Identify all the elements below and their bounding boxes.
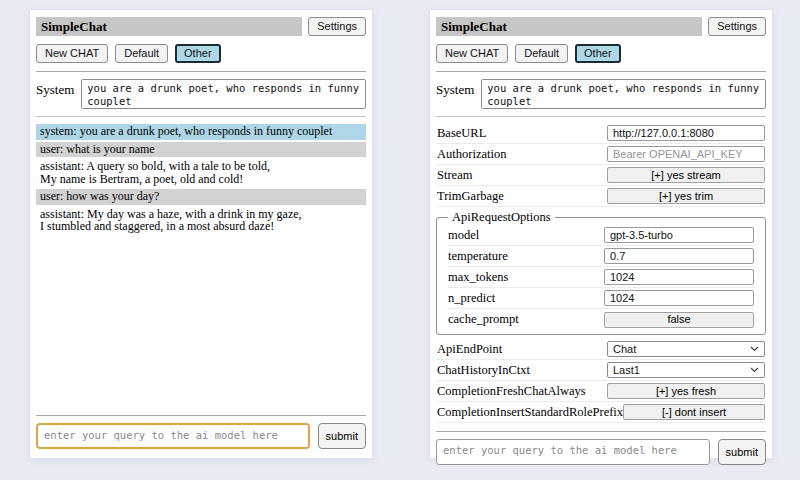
max-tokens-label: max_tokens xyxy=(448,270,508,285)
api-request-options-group: ApiRequestOptions model temperature max_… xyxy=(436,210,766,335)
setting-row-n-predict: n_predict xyxy=(447,288,755,309)
chevron-down-icon xyxy=(750,367,759,373)
chat-message-user: user: what is your name xyxy=(36,142,366,158)
model-input[interactable] xyxy=(604,227,754,243)
query-row: submit xyxy=(436,439,766,465)
stream-toggle-button[interactable]: [+] yes stream xyxy=(607,167,765,183)
divider xyxy=(436,431,766,432)
setting-row-cache-prompt: cache_prompt false xyxy=(447,309,755,330)
settings-panel: SimpleChat Settings New CHAT Default Oth… xyxy=(430,10,772,458)
setting-row-model: model xyxy=(447,225,755,246)
max-tokens-input[interactable] xyxy=(604,269,754,285)
completionfreshchatalways-toggle-button[interactable]: [+] yes fresh xyxy=(607,383,765,399)
chathistoryinctxt-label: ChatHistoryInCtxt xyxy=(437,363,530,378)
divider xyxy=(36,71,366,72)
system-label: System xyxy=(436,79,474,109)
temperature-label: temperature xyxy=(448,249,508,264)
chathistoryinctxt-selected-value: Last1 xyxy=(613,364,640,376)
submit-button[interactable]: submit xyxy=(318,423,366,449)
authorization-input[interactable] xyxy=(607,146,765,162)
app-title: SimpleChat xyxy=(436,17,702,36)
tab-other[interactable]: Other xyxy=(175,44,221,63)
setting-row-temperature: temperature xyxy=(447,246,755,267)
cache-prompt-label: cache_prompt xyxy=(448,312,519,327)
baseurl-input[interactable] xyxy=(607,125,765,141)
completioninsertstandardroleprefix-toggle-button[interactable]: [-] dont insert xyxy=(623,404,765,420)
n-predict-input[interactable] xyxy=(604,290,754,306)
n-predict-label: n_predict xyxy=(448,291,495,306)
cache-prompt-toggle-button[interactable]: false xyxy=(604,312,754,328)
divider xyxy=(36,116,366,117)
system-prompt-textarea[interactable]: you are a drunk poet, who responds in fu… xyxy=(81,79,366,109)
app-title: SimpleChat xyxy=(36,17,302,36)
setting-row-stream: Stream [+] yes stream xyxy=(436,165,766,186)
model-label: model xyxy=(448,228,479,243)
chat-message-system: system: you are a drunk poet, who respon… xyxy=(36,124,366,140)
tab-new-chat[interactable]: New CHAT xyxy=(436,44,508,63)
chat-message-assistant: assistant: My day was a haze, with a dri… xyxy=(36,207,366,235)
titlebar: SimpleChat Settings xyxy=(436,17,766,36)
chathistoryinctxt-select[interactable]: Last1 xyxy=(607,362,765,378)
divider xyxy=(436,71,766,72)
tab-other[interactable]: Other xyxy=(575,44,621,63)
completioninsertstandardroleprefix-label: CompletionInsertStandardRolePrefix xyxy=(437,405,623,420)
apiendpoint-label: ApiEndPoint xyxy=(437,342,502,357)
setting-row-authorization: Authorization xyxy=(436,144,766,165)
chat-panel: SimpleChat Settings New CHAT Default Oth… xyxy=(30,10,372,458)
setting-row-completionfreshchatalways: CompletionFreshChatAlways [+] yes fresh xyxy=(436,381,766,402)
tab-default[interactable]: Default xyxy=(515,44,568,63)
trimgarbage-toggle-button[interactable]: [+] yes trim xyxy=(607,188,765,204)
apiendpoint-select[interactable]: Chat xyxy=(607,341,765,357)
stream-label: Stream xyxy=(437,168,472,183)
api-request-options-legend: ApiRequestOptions xyxy=(448,210,555,225)
system-label: System xyxy=(36,79,74,109)
tab-default[interactable]: Default xyxy=(115,44,168,63)
query-textarea[interactable] xyxy=(36,423,310,449)
spacer xyxy=(36,237,366,408)
session-tabs: New CHAT Default Other xyxy=(36,44,366,63)
titlebar: SimpleChat Settings xyxy=(36,17,366,36)
chat-log: system: you are a drunk poet, who respon… xyxy=(36,124,366,237)
setting-row-apiendpoint: ApiEndPoint Chat xyxy=(436,339,766,360)
settings-button[interactable]: Settings xyxy=(708,17,766,36)
submit-button[interactable]: submit xyxy=(718,439,766,465)
setting-row-completioninsertstandardroleprefix: CompletionInsertStandardRolePrefix [-] d… xyxy=(436,402,766,423)
completionfreshchatalways-label: CompletionFreshChatAlways xyxy=(437,384,586,399)
session-tabs: New CHAT Default Other xyxy=(436,44,766,63)
system-prompt-textarea[interactable]: you are a drunk poet, who responds in fu… xyxy=(481,79,766,109)
authorization-label: Authorization xyxy=(437,147,506,162)
chat-message-user: user: how was your day? xyxy=(36,189,366,205)
system-prompt-row: System you are a drunk poet, who respond… xyxy=(436,79,766,109)
chevron-down-icon xyxy=(750,346,759,352)
setting-row-baseurl: BaseURL xyxy=(436,123,766,144)
apiendpoint-selected-value: Chat xyxy=(613,343,636,355)
temperature-input[interactable] xyxy=(604,248,754,264)
chat-message-assistant: assistant: A query so bold, with a tale … xyxy=(36,159,366,187)
divider xyxy=(36,415,366,416)
system-prompt-row: System you are a drunk poet, who respond… xyxy=(36,79,366,109)
divider xyxy=(436,116,766,117)
query-row: submit xyxy=(36,423,366,449)
baseurl-label: BaseURL xyxy=(437,126,486,141)
trimgarbage-label: TrimGarbage xyxy=(437,189,504,204)
setting-row-chathistoryinctxt: ChatHistoryInCtxt Last1 xyxy=(436,360,766,381)
settings-button[interactable]: Settings xyxy=(308,17,366,36)
setting-row-trimgarbage: TrimGarbage [+] yes trim xyxy=(436,186,766,207)
tab-new-chat[interactable]: New CHAT xyxy=(36,44,108,63)
query-textarea[interactable] xyxy=(436,439,710,465)
setting-row-max-tokens: max_tokens xyxy=(447,267,755,288)
